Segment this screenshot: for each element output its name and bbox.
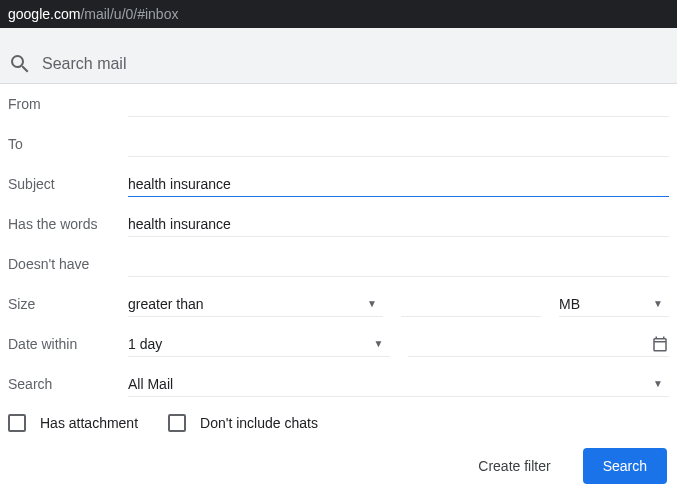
row-has-words: Has the words bbox=[8, 204, 669, 244]
size-unit-value: MB bbox=[559, 296, 653, 312]
chevron-down-icon: ▼ bbox=[653, 378, 663, 389]
input-doesnt-have[interactable] bbox=[128, 251, 669, 277]
input-from[interactable] bbox=[128, 91, 669, 117]
row-date-within: Date within 1 day ▼ bbox=[8, 324, 669, 364]
label-from: From bbox=[8, 96, 128, 112]
row-doesnt-have: Doesn't have bbox=[8, 244, 669, 284]
chevron-down-icon: ▼ bbox=[367, 298, 377, 309]
select-date-within[interactable]: 1 day ▼ bbox=[128, 331, 390, 357]
row-size: Size greater than ▼ MB ▼ bbox=[8, 284, 669, 324]
select-size-comparator[interactable]: greater than ▼ bbox=[128, 291, 383, 317]
input-subject[interactable] bbox=[128, 171, 669, 197]
advanced-search-form: From To Subject Has the words Doesn't ha… bbox=[0, 84, 677, 496]
chevron-down-icon: ▼ bbox=[653, 298, 663, 309]
input-date[interactable] bbox=[408, 331, 670, 357]
row-subject: Subject bbox=[8, 164, 669, 204]
label-size: Size bbox=[8, 296, 128, 312]
label-dont-include-chats: Don't include chats bbox=[200, 415, 318, 431]
row-from: From bbox=[8, 84, 669, 124]
row-to: To bbox=[8, 124, 669, 164]
label-subject: Subject bbox=[8, 176, 128, 192]
label-to: To bbox=[8, 136, 128, 152]
url-path: /mail/u/0/#inbox bbox=[80, 6, 178, 22]
create-filter-button[interactable]: Create filter bbox=[458, 448, 570, 484]
label-has-words: Has the words bbox=[8, 216, 128, 232]
calendar-icon bbox=[651, 335, 669, 353]
search-button[interactable]: Search bbox=[583, 448, 667, 484]
checkbox-has-attachment[interactable]: Has attachment bbox=[8, 414, 138, 432]
chevron-down-icon: ▼ bbox=[374, 338, 384, 349]
row-checkboxes: Has attachment Don't include chats bbox=[8, 404, 669, 440]
checkbox-dont-include-chats[interactable]: Don't include chats bbox=[168, 414, 318, 432]
search-icon bbox=[8, 52, 32, 76]
checkbox-box-icon bbox=[8, 414, 26, 432]
label-has-attachment: Has attachment bbox=[40, 415, 138, 431]
input-size-value[interactable] bbox=[401, 291, 541, 317]
url-host: google.com bbox=[8, 6, 80, 22]
label-doesnt-have: Doesn't have bbox=[8, 256, 128, 272]
size-comparator-value: greater than bbox=[128, 296, 367, 312]
row-buttons: Create filter Search bbox=[8, 440, 669, 488]
label-date-within: Date within bbox=[8, 336, 128, 352]
search-input[interactable] bbox=[42, 55, 669, 73]
row-search-scope: Search All Mail ▼ bbox=[8, 364, 669, 404]
browser-url-bar: google.com/mail/u/0/#inbox bbox=[0, 0, 677, 28]
decorative-strip bbox=[0, 28, 677, 44]
search-scope-value: All Mail bbox=[128, 376, 653, 392]
select-size-unit[interactable]: MB ▼ bbox=[559, 291, 669, 317]
input-to[interactable] bbox=[128, 131, 669, 157]
select-search-scope[interactable]: All Mail ▼ bbox=[128, 371, 669, 397]
date-within-value: 1 day bbox=[128, 336, 374, 352]
label-search-scope: Search bbox=[8, 376, 128, 392]
search-bar bbox=[0, 44, 677, 84]
input-has-words[interactable] bbox=[128, 211, 669, 237]
checkbox-box-icon bbox=[168, 414, 186, 432]
